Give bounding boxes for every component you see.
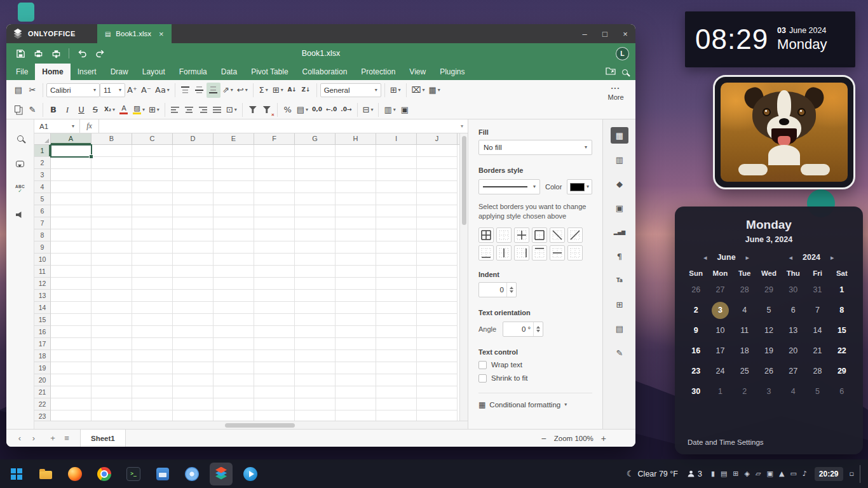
cell-G6[interactable] [295, 205, 336, 217]
cell-H14[interactable] [336, 302, 376, 314]
next-year-icon[interactable]: ▸ [831, 254, 834, 262]
cell-C7[interactable] [132, 217, 173, 229]
menu-insert[interactable]: Insert [71, 64, 104, 80]
cell-E12[interactable] [214, 278, 254, 290]
cell-reference-box[interactable]: A1 ▾ [34, 119, 80, 133]
table-settings-icon[interactable]: ▥ [603, 147, 635, 172]
cell-A5[interactable] [51, 193, 92, 205]
cell-H22[interactable] [336, 398, 376, 410]
cell-E19[interactable] [214, 362, 254, 374]
cell-J17[interactable] [417, 338, 458, 350]
cell-B7[interactable] [92, 217, 132, 229]
calendar-day[interactable]: 4 [781, 381, 805, 402]
inside-borders[interactable] [496, 227, 512, 243]
cell-G12[interactable] [295, 278, 336, 290]
eject-icon[interactable]: ▲ [779, 470, 784, 478]
column-header-B[interactable]: B [92, 133, 132, 144]
cell-A4[interactable] [51, 181, 92, 193]
menu-view[interactable]: View [402, 64, 433, 80]
chromium-app[interactable] [180, 463, 203, 485]
cell-G5[interactable] [295, 193, 336, 205]
row-header-14[interactable]: 14 [34, 302, 51, 314]
cell-A20[interactable] [51, 374, 92, 386]
cell-I7[interactable] [376, 217, 417, 229]
cell-G10[interactable] [295, 254, 336, 266]
cell-B20[interactable] [92, 374, 132, 386]
calendar-day[interactable]: 6 [781, 300, 805, 320]
calendar-day[interactable]: 29 [757, 280, 781, 300]
cell-B16[interactable] [92, 326, 132, 338]
cell-I23[interactable] [376, 410, 417, 421]
cell-J7[interactable] [417, 217, 458, 229]
cell-J1[interactable] [417, 145, 458, 157]
comments-button[interactable] [14, 159, 27, 169]
calendar-day[interactable]: 8 [830, 300, 854, 320]
cell-I12[interactable] [376, 278, 417, 290]
cell-A7[interactable] [51, 217, 92, 229]
calendar-day[interactable]: 29 [830, 361, 854, 381]
cell-J18[interactable] [417, 350, 458, 362]
cell-D9[interactable] [173, 241, 214, 254]
cell-D12[interactable] [173, 278, 214, 290]
zoom-out-button[interactable]: − [541, 433, 546, 444]
cell-D3[interactable] [173, 169, 214, 181]
package-icon[interactable]: ⊞ [733, 470, 738, 478]
spin-up-icon[interactable] [510, 285, 513, 289]
cell-B23[interactable] [92, 410, 132, 421]
column-header-G[interactable]: G [295, 133, 336, 144]
cell-I21[interactable] [376, 386, 417, 398]
cell-F12[interactable] [254, 278, 295, 290]
cell-F10[interactable] [254, 254, 295, 266]
border-style-select[interactable]: ▾ [478, 179, 540, 194]
cell-A21[interactable] [51, 386, 92, 398]
align-left-icon[interactable] [168, 102, 182, 118]
cell-J10[interactable] [417, 254, 458, 266]
cell-D2[interactable] [173, 157, 214, 169]
cell-E16[interactable] [214, 326, 254, 338]
more-button[interactable]: ••• More [601, 85, 630, 101]
cell-D17[interactable] [173, 338, 214, 350]
cell-I10[interactable] [376, 254, 417, 266]
calendar-day[interactable]: 1 [708, 381, 732, 402]
cell-G14[interactable] [295, 302, 336, 314]
bold-icon[interactable]: B [46, 102, 60, 118]
cell-I17[interactable] [376, 338, 417, 350]
calendar-day[interactable]: 5 [805, 381, 829, 402]
cell-C12[interactable] [132, 278, 173, 290]
cell-D14[interactable] [173, 302, 214, 314]
cell-I2[interactable] [376, 157, 417, 169]
select-all-icon[interactable]: ▣ [398, 102, 412, 118]
shield-icon[interactable]: ◈ [745, 470, 750, 478]
cut-icon[interactable]: ✂ [25, 83, 39, 98]
format-as-table-icon[interactable]: ▦▾ [427, 83, 442, 98]
row-header-13[interactable]: 13 [34, 290, 51, 302]
font-color-icon[interactable]: A [117, 102, 131, 118]
shape-settings-icon[interactable]: ◆ [603, 172, 635, 196]
cell-D21[interactable] [173, 386, 214, 398]
next-month-icon[interactable]: ▸ [746, 254, 750, 262]
cell-J19[interactable] [417, 362, 458, 374]
menu-protection[interactable]: Protection [354, 64, 402, 80]
cell-B4[interactable] [92, 181, 132, 193]
display-icon[interactable]: ▭ [790, 470, 796, 478]
cell-J12[interactable] [417, 278, 458, 290]
row-header-16[interactable]: 16 [34, 326, 51, 338]
cell-J13[interactable] [417, 290, 458, 302]
cell-B22[interactable] [92, 398, 132, 410]
minimize-button[interactable]: – [574, 24, 595, 43]
italic-icon[interactable]: I [60, 102, 74, 118]
cell-I8[interactable] [376, 229, 417, 241]
border-color-select[interactable]: ▾ [567, 179, 592, 194]
cell-C22[interactable] [132, 398, 173, 410]
cell-B18[interactable] [92, 350, 132, 362]
named-ranges-icon[interactable]: ⊞▾ [271, 83, 285, 98]
redo-button[interactable] [92, 46, 107, 61]
cell-D19[interactable] [173, 362, 214, 374]
cell-I4[interactable] [376, 181, 417, 193]
cell-J15[interactable] [417, 314, 458, 326]
increase-decimal-icon[interactable]: ←.0 [324, 102, 339, 118]
underline-icon[interactable]: U [74, 102, 88, 118]
cell-H17[interactable] [336, 338, 376, 350]
fill-color-icon[interactable]: ▨▾ [131, 102, 147, 118]
prev-month-icon[interactable]: ◂ [703, 254, 707, 262]
